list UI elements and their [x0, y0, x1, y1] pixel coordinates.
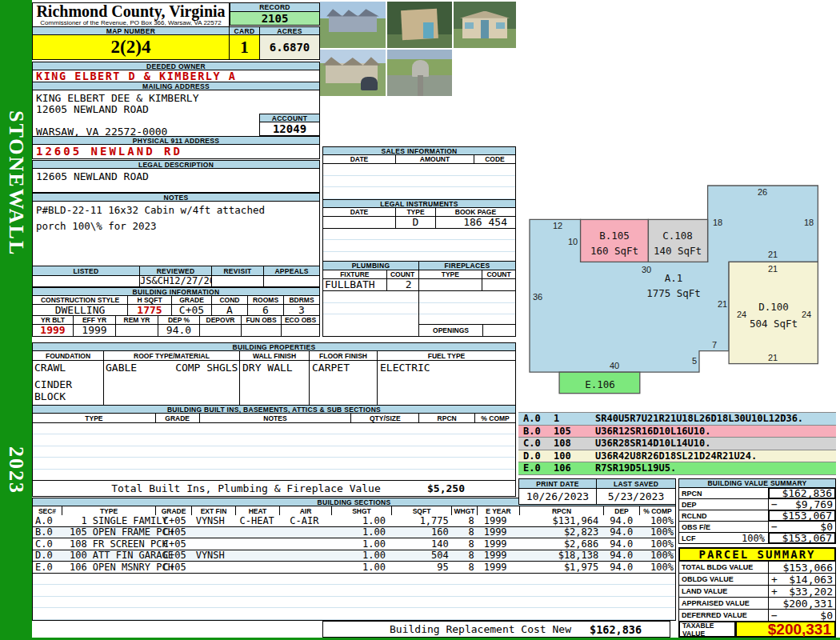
parcel-summary-label: PARCEL SUMMARY: [678, 547, 836, 562]
legend-row-e: E.0106R7SR19D5L19U5.: [518, 462, 836, 475]
instrument-date-value: [322, 216, 396, 229]
replacement-cost-value: $162,836: [590, 623, 670, 636]
builtins-total-row: Total Built Ins, Plumbing & Fireplace Va…: [32, 480, 516, 497]
instrument-empty-rows: [322, 228, 516, 262]
dim-21-dtop-in: 21: [768, 264, 778, 274]
fuel-type-value: ELECTRIC: [377, 360, 516, 406]
ecoobs-value: [281, 324, 320, 337]
dim-18-left: 18: [713, 218, 722, 227]
section-row-c: C.0108FR SCREEN PCHC+051.0014081999$2,68…: [32, 538, 676, 550]
photo-house-roof: [326, 9, 379, 16]
grade-value: C+05: [171, 304, 212, 316]
building-info-values-1: DWELLING 1775 C+05 A 6 3: [32, 304, 320, 316]
photo-mailbox[interactable]: [387, 50, 452, 96]
record-value: 2105: [230, 11, 320, 26]
dim-21-dbottom: 21: [768, 353, 778, 362]
district-name: STONEWALL: [4, 110, 28, 256]
notes-line-1: P#BLD-22-11 16x32 Cabin w/4ft attached: [36, 204, 319, 220]
dim-10: 10: [568, 237, 578, 246]
foundation-value: CRAWL CINDER BLOCK: [32, 360, 104, 406]
legend-row-c: C.0108U36R28SR14D10L14U10.: [518, 438, 836, 450]
listed-value: [32, 275, 140, 287]
builtins-empty-rows: [32, 422, 516, 481]
openings-label: OPENINGS: [418, 324, 483, 337]
physical-address-value: 12605 NEWLAND RD: [32, 144, 320, 159]
photo-house2-car: [361, 77, 378, 90]
deeded-owner-value: KING ELBERT D & KIMBERLY A: [32, 70, 320, 82]
review-value-row: JS&CH12/27/2013: [32, 275, 320, 287]
instrument-type-value: D: [395, 216, 436, 229]
building-sketch: 26 18 18 12 10 30 36 21 21 21 24 24 21 7…: [520, 182, 836, 410]
rooms-value: 6: [247, 304, 284, 316]
tax-year: 2023: [4, 446, 28, 494]
dim-24-left: 24: [737, 310, 746, 319]
fixture-value: FULLBATH: [322, 278, 387, 291]
taxable-value-row: TAXABLEVALUE $200,331: [678, 621, 836, 638]
dep-pct-value: 94.0: [158, 324, 200, 337]
fireplace-count-value: [482, 278, 516, 291]
notes-box: P#BLD-22-11 16x32 Cabin w/4ft attached p…: [32, 201, 320, 266]
openings-value: [482, 324, 516, 337]
area-b-sqft: 160 SqFt: [590, 245, 638, 257]
effyr-value: 1999: [73, 324, 116, 337]
area-c-name: C.108: [662, 230, 693, 242]
bdrms-value: 3: [283, 304, 320, 316]
photo-mailbox-box: [412, 60, 429, 77]
bvs-row-obs: OBS F/E −$0: [678, 521, 836, 533]
dim-30: 30: [642, 265, 651, 274]
depovr-value: [199, 324, 242, 337]
photo-shed[interactable]: [454, 2, 516, 48]
legend-row-b: B.0105U36R12SR16D10L16U10.: [518, 426, 836, 438]
taxable-value-amount: $200,331: [735, 621, 836, 638]
bvs-row-lcf: LCF100% $153,067: [678, 532, 836, 544]
print-info-values: 10/26/2023 5/23/2023: [518, 488, 676, 505]
sketch-legend: A.01SR40U5R7U21R21U18L26D18L30U10L12D36.…: [518, 412, 836, 475]
revisit-value: [211, 275, 264, 287]
card-value: 1: [229, 34, 260, 60]
sections-rows: A.01SINGLE FAMILYC+05VYNSHC-HEATC-AIR1.0…: [32, 515, 676, 574]
mailing-line-2: 12605 NEWLAND ROAD: [36, 103, 319, 114]
area-c-sqft: 140 SqFt: [654, 245, 702, 257]
remyr-value: [115, 324, 158, 337]
county-header: Richmond County, Virginia Commissioner o…: [32, 2, 230, 27]
photo-shed-door: [481, 20, 489, 38]
area-a-name: A.1: [665, 272, 683, 284]
dim-7: 7: [712, 340, 717, 350]
area-d-sqft: 504 SqFt: [750, 318, 798, 330]
area-e-name: E.106: [585, 378, 615, 390]
hsqft-value: 1775: [127, 304, 172, 316]
fixture-count-value: 2: [386, 278, 419, 291]
mailing-line-1: KING ELBERT DEE & KIMBERLY: [36, 92, 319, 103]
photo-shed-roof: [460, 11, 510, 18]
taxable-value-label: TAXABLEVALUE: [678, 621, 736, 638]
replacement-cost-row: Building Replacement Cost New $162,836: [322, 621, 670, 638]
dim-18-right: 18: [804, 218, 814, 227]
dim-40: 40: [610, 361, 619, 370]
area-d-name: D.100: [758, 301, 789, 313]
roof-value: GABLE COMP SHGLS: [103, 360, 240, 406]
parcel-row-obldg: OBLDG VALUE +$14,063: [678, 573, 836, 586]
bvs-row-rpcn: RPCN $162,836: [678, 487, 836, 499]
legend-row-d: D.0100U36R42U8R26D18SL21D24R21U24.: [518, 450, 836, 463]
dim-36: 36: [533, 292, 542, 302]
photo-house2-roof: [322, 57, 380, 65]
plumbing-empty-rows: [322, 290, 419, 337]
bvs-row-rclnd: RCLND $153,067: [678, 510, 836, 522]
builtins-total-label: Total Built Ins, Plumbing & Fireplace Va…: [33, 482, 427, 494]
section-row-a: A.01SINGLE FAMILYC+05VYNSHC-HEATC-AIR1.0…: [32, 515, 676, 527]
section-row-b: B.0105OPEN FRAME PCHC+051.0016081999$2,8…: [32, 527, 676, 539]
photo-house-front[interactable]: [320, 2, 386, 48]
dim-21-aright: 21: [718, 299, 727, 309]
photo-house-side[interactable]: [320, 50, 386, 96]
parcel-row-total-bldg: TOTAL BLDG VALUE $153,066: [678, 561, 836, 574]
section-row-e: E.0106OPEN MSNRY PCHC+051.009581999$1,97…: [32, 562, 676, 574]
properties-values: CRAWL CINDER BLOCK GABLE COMP SHGLS DRY …: [32, 360, 516, 406]
parcel-row-land: LAND VALUE +$33,202: [678, 585, 836, 598]
account-value: 12049: [259, 122, 320, 136]
photo-cabin-chair: [423, 22, 434, 38]
county-title: Richmond County, Virginia: [33, 3, 229, 19]
photo-cabin-construction[interactable]: [387, 2, 452, 48]
instrument-row: D 186 454: [322, 216, 516, 229]
plumbing-row: FULLBATH 2: [322, 278, 516, 291]
last-saved-value: 5/23/2023: [596, 488, 676, 505]
